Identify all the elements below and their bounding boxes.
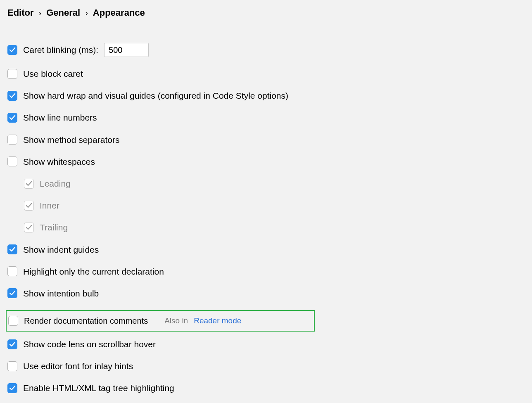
label-caret-blinking: Caret blinking (ms): bbox=[23, 45, 98, 55]
option-show-code-lens: Show code lens on scrollbar hover bbox=[7, 339, 525, 349]
option-ws-leading: Leading bbox=[24, 178, 525, 189]
checkbox-ws-trailing bbox=[24, 223, 34, 232]
checkbox-ws-leading bbox=[24, 179, 34, 189]
label-show-indent-guides: Show indent guides bbox=[23, 244, 99, 255]
option-ws-inner: Inner bbox=[24, 200, 525, 211]
label-highlight-declaration: Highlight only the current declaration bbox=[23, 266, 164, 277]
label-show-line-numbers: Show line numbers bbox=[23, 112, 97, 123]
label-use-block-caret: Use block caret bbox=[23, 69, 83, 79]
option-show-hard-wrap: Show hard wrap and visual guides (config… bbox=[7, 90, 525, 101]
label-show-method-separators: Show method separators bbox=[23, 135, 119, 145]
breadcrumb-editor[interactable]: Editor bbox=[7, 7, 34, 18]
label-show-intention-bulb: Show intention bulb bbox=[23, 288, 99, 299]
checkbox-use-block-caret[interactable] bbox=[7, 69, 17, 79]
option-use-block-caret: Use block caret bbox=[7, 69, 525, 79]
option-ws-trailing: Trailing bbox=[24, 222, 525, 232]
label-show-hard-wrap: Show hard wrap and visual guides (config… bbox=[23, 90, 288, 101]
input-caret-blinking-ms[interactable] bbox=[104, 43, 149, 57]
reader-mode-link[interactable]: Reader mode bbox=[194, 316, 241, 325]
option-enable-html-xml-tag: Enable HTML/XML tag tree highlighting bbox=[7, 383, 525, 393]
label-ws-inner: Inner bbox=[40, 200, 59, 211]
checkbox-ws-inner bbox=[24, 201, 34, 211]
checkbox-highlight-declaration[interactable] bbox=[7, 266, 17, 276]
breadcrumb-general[interactable]: General bbox=[46, 7, 80, 18]
option-show-method-separators: Show method separators bbox=[7, 135, 525, 145]
checkbox-use-editor-font-inlay[interactable] bbox=[7, 361, 17, 371]
option-show-intention-bulb: Show intention bulb bbox=[7, 288, 525, 299]
also-in-text: Also in bbox=[164, 316, 188, 325]
option-use-editor-font-inlay: Use editor font for inlay hints bbox=[7, 361, 525, 371]
label-enable-html-xml-tag: Enable HTML/XML tag tree highlighting bbox=[23, 383, 174, 393]
checkbox-show-line-numbers[interactable] bbox=[7, 113, 17, 123]
chevron-right-icon: › bbox=[85, 8, 88, 18]
label-show-whitespaces: Show whitespaces bbox=[23, 156, 95, 167]
checkbox-render-doc-comments[interactable] bbox=[8, 316, 18, 326]
label-ws-leading: Leading bbox=[40, 178, 71, 189]
label-show-code-lens: Show code lens on scrollbar hover bbox=[23, 339, 156, 349]
label-ws-trailing: Trailing bbox=[40, 222, 68, 232]
checkbox-caret-blinking[interactable] bbox=[7, 45, 17, 55]
option-show-indent-guides: Show indent guides bbox=[7, 244, 525, 255]
chevron-right-icon: › bbox=[39, 8, 42, 18]
checkbox-show-whitespaces[interactable] bbox=[7, 156, 17, 166]
checkbox-show-code-lens[interactable] bbox=[7, 339, 17, 349]
label-use-editor-font-inlay: Use editor font for inlay hints bbox=[23, 361, 133, 371]
checkbox-show-method-separators[interactable] bbox=[7, 135, 17, 145]
option-highlight-declaration: Highlight only the current declaration bbox=[7, 266, 525, 277]
option-show-whitespaces: Show whitespaces bbox=[7, 156, 525, 167]
checkbox-enable-html-xml-tag[interactable] bbox=[7, 383, 17, 393]
label-render-doc-comments: Render documentation comments bbox=[24, 316, 148, 326]
checkbox-show-indent-guides[interactable] bbox=[7, 244, 17, 254]
checkbox-show-intention-bulb[interactable] bbox=[7, 288, 17, 298]
breadcrumb: Editor › General › Appearance bbox=[7, 7, 525, 18]
breadcrumb-appearance[interactable]: Appearance bbox=[93, 7, 145, 18]
option-show-line-numbers: Show line numbers bbox=[7, 112, 525, 123]
option-caret-blinking: Caret blinking (ms): bbox=[7, 43, 525, 57]
checkbox-show-hard-wrap[interactable] bbox=[7, 91, 17, 101]
highlighted-option-box: Render documentation comments Also in Re… bbox=[6, 310, 315, 332]
